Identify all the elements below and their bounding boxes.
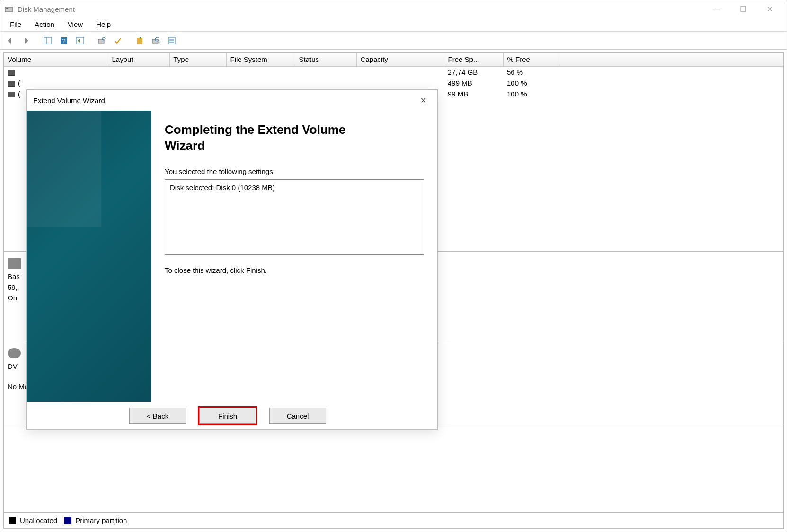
wizard-close-button[interactable]: ✕ <box>416 93 431 108</box>
wizard-settings-box: Disk selected: Disk 0 (10238 MB) <box>165 179 424 255</box>
col-volume[interactable]: Volume <box>4 53 108 66</box>
svg-rect-7 <box>98 39 104 43</box>
close-button[interactable]: ✕ <box>756 1 783 17</box>
table-row[interactable]: 27,74 GB 56 % <box>4 66 783 78</box>
maximize-button[interactable]: ☐ <box>730 1 756 17</box>
separator <box>35 34 38 47</box>
table-header-row: Volume Layout Type File System Status Ca… <box>4 53 783 66</box>
col-free-space[interactable]: Free Sp... <box>444 53 503 66</box>
menu-action[interactable]: Action <box>28 18 61 30</box>
legend-label-unallocated: Unallocated <box>20 516 57 524</box>
svg-rect-9 <box>137 38 142 44</box>
apply-icon[interactable] <box>111 34 124 47</box>
separator <box>89 34 92 47</box>
minimize-button[interactable]: — <box>703 1 730 17</box>
cdrom-icon <box>8 348 21 358</box>
col-spacer <box>560 53 783 66</box>
wizard-buttons: < Back Finish Cancel <box>27 402 437 429</box>
window-title: Disk Management <box>18 5 75 13</box>
svg-text:?: ? <box>62 37 65 44</box>
wizard-body: Completing the Extend Volume Wizard You … <box>27 111 437 402</box>
svg-rect-1 <box>6 8 8 9</box>
legend-swatch-unallocated <box>9 517 16 524</box>
svg-rect-6 <box>76 37 84 44</box>
wizard-hint: To close this wizard, click Finish. <box>165 266 424 274</box>
wizard-title: Extend Volume Wizard <box>33 96 105 105</box>
svg-line-12 <box>159 41 160 42</box>
action-list-icon[interactable] <box>73 34 87 47</box>
cell-pct: 100 % <box>503 78 560 88</box>
menubar: File Action View Help <box>0 17 787 32</box>
window-controls: — ☐ ✕ <box>703 1 783 17</box>
menu-help[interactable]: Help <box>89 18 117 30</box>
disk-icon <box>8 258 21 269</box>
volume-icon <box>8 70 15 76</box>
disk-management-window: Disk Management — ☐ ✕ File Action View H… <box>0 0 787 532</box>
cell-volume: ( <box>18 90 20 98</box>
new-icon[interactable] <box>133 34 146 47</box>
col-capacity[interactable]: Capacity <box>356 53 444 66</box>
legend-label-primary: Primary partition <box>75 516 127 524</box>
cell-free: 99 MB <box>444 88 503 99</box>
app-icon <box>4 4 14 14</box>
finish-button[interactable]: Finish <box>199 408 256 424</box>
toolbar: ? <box>0 32 787 50</box>
svg-rect-0 <box>5 7 13 12</box>
back-icon[interactable] <box>3 34 17 47</box>
extend-volume-wizard: Extend Volume Wizard ✕ Completing the Ex… <box>26 89 438 430</box>
volume-icon <box>8 92 15 97</box>
back-button[interactable]: < Back <box>129 408 186 424</box>
wizard-selected-value: Disk selected: Disk 0 (10238 MB) <box>170 183 419 192</box>
cell-volume: ( <box>18 79 20 87</box>
legend: Unallocated Primary partition <box>3 513 784 529</box>
menu-view[interactable]: View <box>61 18 89 30</box>
refresh-icon[interactable] <box>95 34 108 47</box>
svg-rect-2 <box>44 37 52 44</box>
col-status[interactable]: Status <box>295 53 356 66</box>
volume-icon <box>8 81 15 87</box>
show-hide-console-tree-icon[interactable] <box>41 34 54 47</box>
wizard-selected-label: You selected the following settings: <box>165 167 424 175</box>
cell-free: 499 MB <box>444 78 503 88</box>
cell-pct: 100 % <box>503 88 560 99</box>
table-row[interactable]: ( 499 MB 100 % <box>4 78 783 88</box>
wizard-main: Completing the Extend Volume Wizard You … <box>151 111 437 402</box>
col-type[interactable]: Type <box>169 53 226 66</box>
titlebar: Disk Management — ☐ ✕ <box>0 0 787 17</box>
menu-file[interactable]: File <box>3 18 28 30</box>
col-filesystem[interactable]: File System <box>226 53 295 66</box>
cancel-button[interactable]: Cancel <box>269 408 326 424</box>
cell-pct: 56 % <box>503 66 560 78</box>
wizard-titlebar: Extend Volume Wizard ✕ <box>27 90 437 111</box>
properties-icon[interactable] <box>149 34 162 47</box>
list-icon[interactable] <box>165 34 178 47</box>
col-layout[interactable]: Layout <box>108 53 169 66</box>
wizard-sidebar-graphic <box>27 111 151 402</box>
col-pct-free[interactable]: % Free <box>503 53 560 66</box>
help-icon[interactable]: ? <box>57 34 71 47</box>
legend-swatch-primary <box>64 517 71 524</box>
wizard-heading: Completing the Extend Volume Wizard <box>165 122 382 154</box>
forward-icon[interactable] <box>19 34 33 47</box>
separator <box>127 34 130 47</box>
cell-free: 27,74 GB <box>444 66 503 78</box>
